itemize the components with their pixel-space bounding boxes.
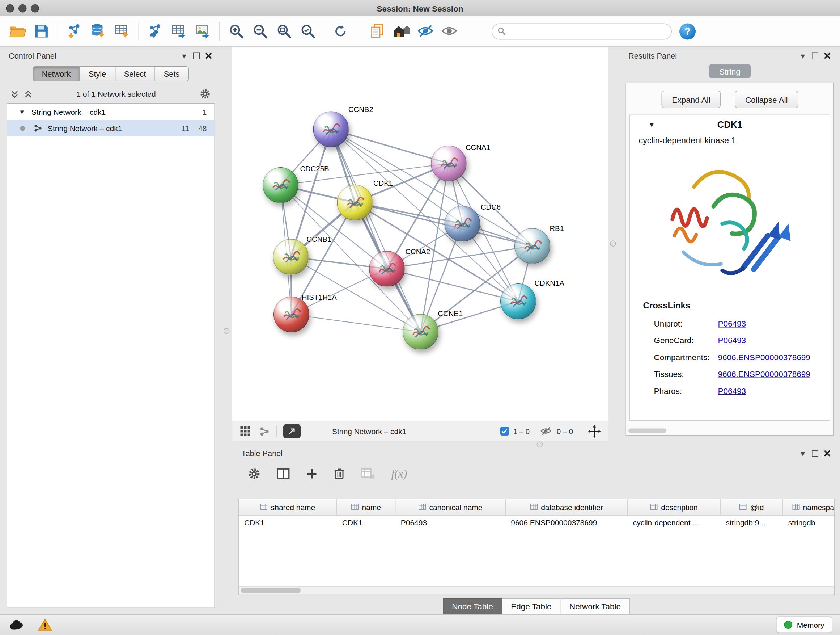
left-splitter-handle[interactable] <box>224 328 230 334</box>
table-cell[interactable]: stringdb <box>783 515 835 530</box>
zoom-in-button[interactable] <box>224 19 248 43</box>
panel-close-icon[interactable]: ✕ <box>204 51 213 61</box>
import-table-button[interactable] <box>111 19 134 43</box>
tree-expand-icon[interactable]: ▼ <box>19 109 25 115</box>
cloud-button[interactable] <box>8 617 26 632</box>
tab-sets[interactable]: Sets <box>155 66 189 81</box>
birds-eye-button[interactable] <box>390 19 414 43</box>
section-expand-icon[interactable]: ▼ <box>649 121 655 129</box>
node-cdk1[interactable] <box>337 185 373 220</box>
delete-column-trash-icon[interactable] <box>334 468 345 480</box>
memory-button[interactable]: Memory <box>776 616 832 633</box>
panel-close-icon[interactable]: ✕ <box>823 448 831 458</box>
crosslink-link[interactable]: P06493 <box>718 336 746 345</box>
node-ccna2[interactable] <box>369 251 405 287</box>
help-button[interactable]: ? <box>679 23 696 40</box>
column-header-description[interactable]: description <box>628 499 721 515</box>
tab-node-table[interactable]: Node Table <box>443 599 502 614</box>
tab-style[interactable]: Style <box>80 66 115 81</box>
right-splitter-handle[interactable] <box>610 241 616 247</box>
zoom-out-button[interactable] <box>248 19 272 43</box>
table-row[interactable]: CDK1CDK1P064939606.ENSP00000378699cyclin… <box>239 515 835 530</box>
crosslink-link[interactable]: P06493 <box>718 386 746 396</box>
clone-network-button[interactable] <box>366 19 390 43</box>
collapse-all-tree-icon[interactable] <box>25 90 33 98</box>
string-tab[interactable]: String <box>709 64 751 78</box>
node-ccnb2[interactable] <box>313 111 349 147</box>
panel-collapse-icon[interactable]: ▼ <box>799 52 806 60</box>
tab-network[interactable]: Network <box>33 66 80 81</box>
export-image-button[interactable] <box>191 19 215 43</box>
network-canvas[interactable]: CCNB2CCNA1CDC25BCDK1CDC6RB1CCNB1CCNA2CDK… <box>232 47 608 421</box>
hide-details-button[interactable] <box>414 19 437 43</box>
gear-icon[interactable] <box>200 89 210 100</box>
node-cdc6[interactable] <box>445 206 480 242</box>
network-row-selected[interactable]: String Network – cdk1 11 48 <box>7 120 215 136</box>
table-cell[interactable]: cyclin-dependent ... <box>628 515 721 530</box>
panel-float-icon[interactable] <box>812 53 818 59</box>
panel-collapse-icon[interactable]: ▼ <box>181 52 188 60</box>
export-table-button[interactable] <box>167 19 191 43</box>
panel-float-icon[interactable] <box>193 53 200 59</box>
search-field[interactable] <box>492 23 672 40</box>
panel-float-icon[interactable] <box>812 450 818 457</box>
import-network-database-button[interactable] <box>87 19 111 43</box>
node-ccne1[interactable] <box>403 314 439 350</box>
column-header-shared-name[interactable]: shared name <box>239 499 337 515</box>
table-cell[interactable]: P06493 <box>395 515 506 530</box>
table-cell[interactable]: CDK1 <box>239 515 337 530</box>
export-network-button[interactable] <box>143 19 167 43</box>
expand-all-tree-icon[interactable] <box>11 90 19 98</box>
crosslink-link[interactable]: P06493 <box>718 319 746 328</box>
edge[interactable] <box>292 315 421 332</box>
refresh-view-button[interactable] <box>328 19 352 43</box>
open-in-window-button[interactable] <box>283 424 301 439</box>
column-header-database-identifier[interactable]: database identifier <box>505 499 628 515</box>
edge[interactable] <box>331 129 421 332</box>
selected-checkbox-icon[interactable] <box>500 427 509 435</box>
import-network-file-button[interactable] <box>63 19 87 43</box>
crosslink-link[interactable]: 9606.ENSP00000378699 <box>718 353 810 362</box>
expand-all-button[interactable]: Expand All <box>662 91 721 108</box>
show-columns-icon[interactable] <box>277 468 290 479</box>
column-header--id[interactable]: @id <box>720 499 783 515</box>
tab-network-table[interactable]: Network Table <box>561 599 630 614</box>
node-cdkn1a[interactable] <box>500 283 536 319</box>
panel-close-icon[interactable]: ✕ <box>823 51 831 61</box>
grid-view-icon[interactable] <box>240 426 251 437</box>
tab-select[interactable]: Select <box>115 66 155 81</box>
edge[interactable] <box>331 129 449 164</box>
crosslink-link[interactable]: 9606.ENSP00000378699 <box>718 369 810 379</box>
zoom-fit-button[interactable] <box>272 19 296 43</box>
save-session-button[interactable] <box>29 19 53 43</box>
tab-edge-table[interactable]: Edge Table <box>502 599 561 614</box>
create-column-plus-icon[interactable] <box>306 468 317 479</box>
search-input[interactable] <box>509 27 666 36</box>
network-collection-row[interactable]: ▼ String Network – cdk1 1 <box>7 104 215 120</box>
open-session-button[interactable] <box>5 19 29 43</box>
zoom-selected-button[interactable] <box>296 19 320 43</box>
node-ccna1[interactable] <box>431 146 467 181</box>
warnings-button[interactable] <box>36 617 54 632</box>
fit-content-crosshair-icon[interactable] <box>588 425 601 438</box>
node-cdc25b[interactable] <box>263 167 298 203</box>
table-cell[interactable]: 9606.ENSP00000378699 <box>505 515 628 530</box>
column-header-canonical-name[interactable]: canonical name <box>395 499 506 515</box>
node-ccnb1[interactable] <box>273 239 309 275</box>
table-hscroll-thumb[interactable] <box>241 587 301 593</box>
panel-collapse-icon[interactable]: ▼ <box>799 450 806 457</box>
network-view-icon[interactable] <box>259 426 270 437</box>
table-cell[interactable]: CDK1 <box>337 515 395 530</box>
horizontal-splitter-handle[interactable] <box>537 442 543 448</box>
show-details-button[interactable] <box>437 19 461 43</box>
column-header-name[interactable]: name <box>337 499 395 515</box>
node-rb1[interactable] <box>515 228 550 264</box>
node-hist1h1a[interactable] <box>273 296 309 333</box>
results-scrollbar[interactable] <box>628 429 666 433</box>
collapse-all-button[interactable]: Collapse All <box>735 91 798 108</box>
function-builder-icon[interactable]: f(x) <box>392 467 407 480</box>
edge[interactable] <box>355 203 532 246</box>
table-cell[interactable]: stringdb:9... <box>720 515 783 530</box>
table-settings-gear-icon[interactable] <box>248 467 261 480</box>
hidden-eye-icon[interactable] <box>539 426 553 436</box>
